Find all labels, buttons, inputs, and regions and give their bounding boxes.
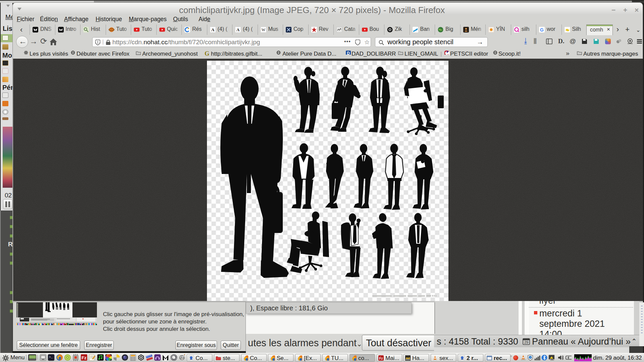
svg-text:A: A bbox=[236, 27, 240, 32]
svg-text:A: A bbox=[211, 27, 214, 32]
svg-text:Fz: Fz bbox=[82, 355, 87, 360]
svg-text:>_: >_ bbox=[49, 356, 53, 359]
svg-text:G: G bbox=[540, 27, 544, 33]
svg-text:Fz: Fz bbox=[379, 357, 383, 360]
svg-text:29: 29 bbox=[524, 340, 528, 344]
svg-text:D: D bbox=[347, 51, 350, 55]
svg-text:i: i bbox=[530, 356, 531, 359]
svg-text:W: W bbox=[261, 27, 265, 32]
